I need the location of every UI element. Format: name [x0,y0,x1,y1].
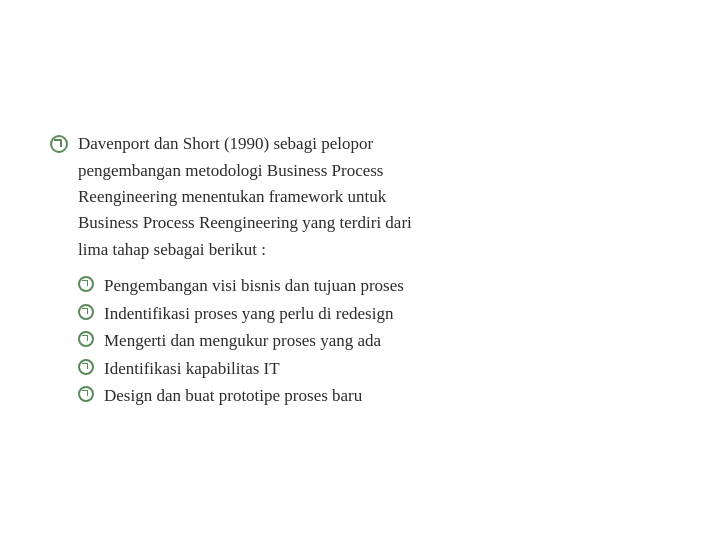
sub-item-2: Indentifikasi proses yang perlu di redes… [78,301,670,327]
main-bullet-icon [50,135,68,153]
sub-bullet-icon-4 [78,359,94,375]
sub-item-text-3: Mengerti dan mengukur proses yang ada [104,328,670,354]
sub-item-4: Identifikasi kapabilitas IT [78,356,670,382]
paragraph-line4: Business Process Reengineering yang terd… [78,213,412,232]
sub-item-1: Pengembangan visi bisnis dan tujuan pros… [78,273,670,299]
sub-bullet-icon-5 [78,386,94,402]
sub-bullet-icon-1 [78,276,94,292]
sub-item-3: Mengerti dan mengukur proses yang ada [78,328,670,354]
paragraph-line5: lima tahap sebagai berikut : [78,240,266,259]
sub-item-5: Design dan buat prototipe proses baru [78,383,670,409]
main-paragraph-text: Davenport dan Short (1990) sebagi pelopo… [78,131,670,263]
sub-item-text-4: Identifikasi kapabilitas IT [104,356,670,382]
main-paragraph-wrapper: Davenport dan Short (1990) sebagi pelopo… [50,131,670,263]
sub-item-text-2: Indentifikasi proses yang perlu di redes… [104,301,670,327]
paragraph-line2: pengembangan metodologi Business Process [78,161,384,180]
main-block: Davenport dan Short (1990) sebagi pelopo… [50,131,670,408]
sub-bullet-icon-2 [78,304,94,320]
sub-items-list: Pengembangan visi bisnis dan tujuan pros… [78,273,670,409]
sub-item-text-5: Design dan buat prototipe proses baru [104,383,670,409]
paragraph-line3: Reengineering menentukan framework untuk [78,187,386,206]
sub-item-text-1: Pengembangan visi bisnis dan tujuan pros… [104,273,670,299]
sub-bullet-icon-3 [78,331,94,347]
slide-container: Davenport dan Short (1990) sebagi pelopo… [0,0,720,540]
paragraph-line1: Davenport dan Short (1990) sebagi pelopo… [78,134,373,153]
